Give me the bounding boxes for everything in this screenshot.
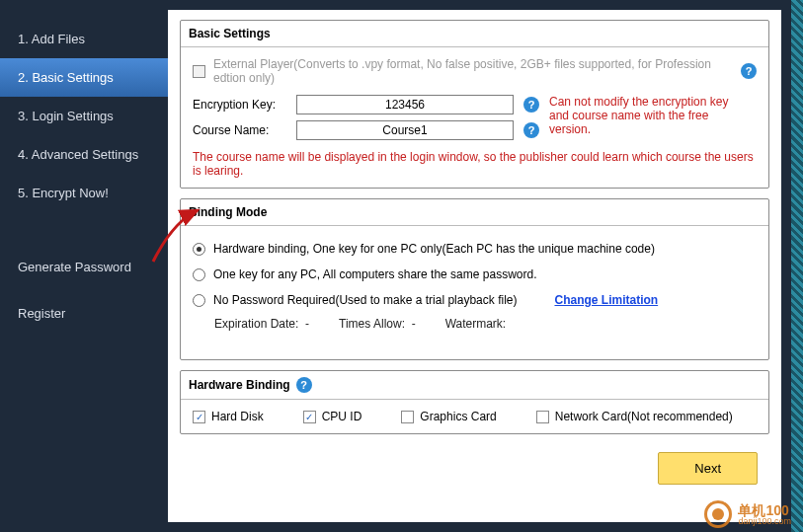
- external-player-checkbox[interactable]: [193, 65, 205, 78]
- sidebar-item-advanced-settings[interactable]: 4. Advanced Settings: [0, 135, 168, 174]
- network-card-checkbox[interactable]: [536, 411, 549, 423]
- course-name-label: Course Name:: [193, 123, 286, 137]
- graphics-card-label: Graphics Card: [420, 410, 496, 423]
- hardware-binding-title: Hardware Binding: [189, 378, 290, 392]
- hard-disk-label: Hard Disk: [211, 410, 264, 423]
- radio-no-password[interactable]: [193, 294, 205, 307]
- change-limitation-link[interactable]: Change Limitation: [554, 293, 658, 307]
- encryption-key-input[interactable]: [296, 95, 514, 114]
- hard-disk-checkbox[interactable]: ✓: [193, 411, 205, 423]
- sidebar-link-generate-password[interactable]: Generate Password: [0, 248, 168, 286]
- sidebar-item-basic-settings[interactable]: 2. Basic Settings: [0, 58, 168, 97]
- hardware-binding-panel: Hardware Binding ? ✓ Hard Disk ✓ CPU ID …: [180, 370, 769, 434]
- main-panel: Basic Settings External Player(Converts …: [168, 10, 781, 522]
- help-icon[interactable]: ?: [741, 63, 757, 79]
- external-player-label: External Player(Converts to .vpy format,…: [213, 57, 733, 85]
- help-icon[interactable]: ?: [523, 122, 539, 138]
- encryption-key-label: Encryption Key:: [193, 98, 286, 112]
- logo-main-text: 单机100: [738, 503, 791, 517]
- expiration-label: Expiration Date:: [214, 317, 298, 331]
- network-card-label: Network Card(Not recommended): [555, 410, 733, 423]
- binding-mode-title: Binding Mode: [181, 199, 768, 226]
- watermark-label: Watermark:: [445, 317, 507, 331]
- graphics-card-checkbox[interactable]: [401, 411, 414, 423]
- sidebar-item-login-settings[interactable]: 3. Login Settings: [0, 97, 168, 135]
- expiration-value: -: [305, 317, 309, 331]
- radio-hardware-binding[interactable]: [193, 243, 205, 256]
- encryption-warning: Can not modify the encryption key and co…: [549, 95, 747, 136]
- sidebar: 1. Add Files 2. Basic Settings 3. Login …: [0, 0, 168, 532]
- times-allow-value: -: [412, 317, 416, 331]
- times-allow-label: Times Allow:: [339, 317, 405, 331]
- next-button[interactable]: Next: [658, 452, 758, 485]
- sidebar-item-encrypt-now[interactable]: 5. Encrypt Now!: [0, 174, 168, 212]
- basic-settings-title: Basic Settings: [181, 21, 768, 47]
- radio-any-pc[interactable]: [193, 268, 205, 281]
- radio-no-password-label: No Password Required(Used to make a tria…: [213, 293, 517, 307]
- right-decorative-strip: [791, 0, 803, 532]
- logo-sub-text: danji100.com: [738, 517, 791, 526]
- sidebar-item-add-files[interactable]: 1. Add Files: [0, 20, 168, 58]
- cpu-id-label: CPU ID: [322, 410, 362, 423]
- sidebar-link-register[interactable]: Register: [0, 294, 168, 333]
- cpu-id-checkbox[interactable]: ✓: [303, 411, 316, 423]
- help-icon[interactable]: ?: [296, 377, 312, 393]
- course-name-note: The course name will be displayed in the…: [193, 150, 757, 178]
- binding-mode-panel: Binding Mode Hardware binding, One key f…: [180, 198, 769, 360]
- site-watermark: 单机100 danji100.com: [704, 500, 791, 528]
- radio-hardware-binding-label: Hardware binding, One key for one PC onl…: [213, 242, 655, 256]
- radio-any-pc-label: One key for any PC, All computers share …: [213, 267, 536, 281]
- basic-settings-panel: Basic Settings External Player(Converts …: [180, 20, 769, 189]
- course-name-input[interactable]: [296, 120, 514, 140]
- logo-icon: [704, 500, 732, 528]
- help-icon[interactable]: ?: [523, 97, 539, 113]
